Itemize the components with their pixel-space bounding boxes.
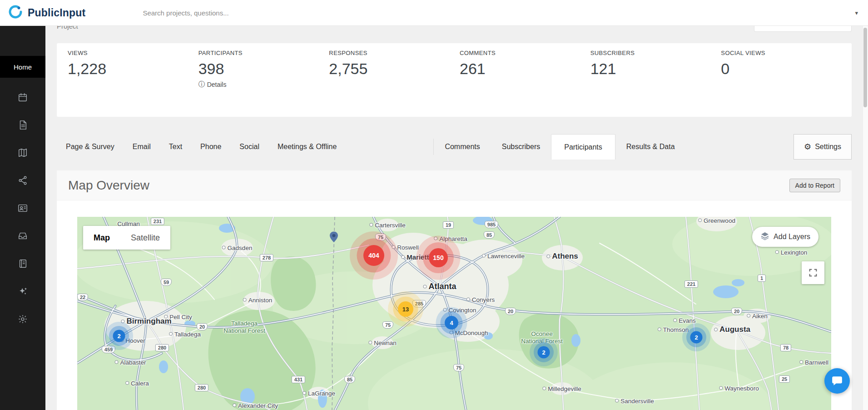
road-shield: 231 [151, 218, 164, 225]
participants-details-link[interactable]: ⓘ Details [198, 80, 227, 89]
road-shield: 985 [485, 221, 498, 228]
map-type-satellite-button[interactable]: Satellite [120, 226, 170, 250]
road-shield: 20 [731, 308, 742, 315]
map-panel-title: Map Overview [68, 178, 149, 193]
map-city-label: Alexander City [233, 402, 278, 409]
account-caret-icon[interactable]: ▾ [855, 10, 858, 16]
stat-label: VIEWS [68, 50, 198, 56]
stats-card: VIEWS 1,228 PARTICIPANTS 398 ⓘ Details R… [57, 43, 852, 117]
stat-participants: PARTICIPANTS 398 ⓘ Details [198, 50, 329, 117]
main-content: Project VIEWS 1,228 PARTICIPANTS 398 ⓘ D… [45, 26, 868, 410]
stat-label: SUBSCRIBERS [590, 50, 721, 56]
stat-responses: RESPONSES 2,755 [329, 50, 460, 117]
tab-email[interactable]: Email [124, 134, 160, 160]
map-overview-card: Map Overview Add to Report [57, 170, 852, 410]
page-scrollbar[interactable] [863, 26, 868, 410]
chat-launcher-button[interactable] [824, 368, 850, 394]
road-shield: 280 [155, 344, 169, 351]
tab-social[interactable]: Social [230, 134, 268, 160]
map-city-label: Conyers [466, 296, 495, 303]
stat-value: 261 [460, 60, 590, 78]
brand-logo[interactable]: PublicInput [0, 4, 85, 21]
tab-text[interactable]: Text [160, 134, 191, 160]
sparkles-icon[interactable] [0, 277, 45, 305]
road-shield: 278 [260, 254, 273, 261]
tab-settings[interactable]: ⚙ Settings [794, 134, 852, 160]
add-layers-button[interactable]: Add Layers [752, 227, 818, 247]
map-city-label: Calera [125, 380, 149, 387]
tab-results-data[interactable]: Results & Data [615, 134, 686, 160]
map-city-label: Augusta [714, 325, 750, 334]
gear-icon: ⚙ [804, 142, 811, 152]
share-icon[interactable] [0, 166, 45, 194]
map-city-label: Birmingham [121, 317, 171, 326]
map-pin-icon[interactable] [330, 231, 338, 244]
map-city-label: Talladega [169, 331, 201, 338]
map-overlay-layer: CullmanCartersvilleAlpharettaRoswellMari… [77, 217, 831, 410]
stat-value: 121 [590, 60, 721, 78]
contact-card-icon[interactable] [0, 194, 45, 222]
road-shield: 59 [161, 279, 172, 286]
scrolled-action-button[interactable] [754, 26, 852, 32]
road-shield: 20 [197, 323, 208, 330]
tab-comments[interactable]: Comments [434, 134, 491, 160]
map-city-label: Lawrenceville [482, 253, 525, 260]
stat-value: 1,228 [68, 60, 198, 78]
stat-value: 0 [721, 60, 852, 78]
tab-page-survey[interactable]: Page & Survey [57, 134, 124, 160]
stat-label: COMMENTS [460, 50, 590, 56]
layers-icon [760, 231, 769, 242]
sidebar-item-home[interactable]: Home [0, 56, 45, 78]
stat-social-views: SOCIAL VIEWS 0 [721, 50, 852, 117]
map-city-label: Newnan [368, 340, 397, 346]
details-label: Details [207, 81, 227, 88]
fullscreen-button[interactable] [802, 261, 824, 284]
tab-bar: Page & Survey Email Text Phone Social Me… [57, 134, 852, 160]
map-type-map-button[interactable]: Map [83, 226, 120, 250]
inbox-icon[interactable] [0, 222, 45, 250]
stat-label: RESPONSES [329, 50, 460, 56]
stat-subscribers: SUBSCRIBERS 121 [590, 50, 721, 117]
map-city-label: Alabaster [114, 359, 146, 366]
map-panel-heading: Map Overview Add to Report [57, 170, 852, 200]
tab-subscribers[interactable]: Subscribers [491, 134, 551, 160]
tab-meetings-offline[interactable]: Meetings & Offline [268, 134, 346, 160]
document-icon[interactable] [0, 111, 45, 139]
road-shield: 280 [195, 384, 208, 391]
sidebar-nav [0, 83, 45, 333]
info-icon: ⓘ [198, 80, 205, 89]
stat-comments: COMMENTS 261 [460, 50, 590, 117]
brand-name: PublicInput [28, 7, 85, 19]
add-to-report-button[interactable]: Add to Report [789, 179, 840, 192]
road-shield: 78 [780, 344, 791, 351]
notebook-icon[interactable] [0, 250, 45, 277]
map-forest-label: Talladega National Forest [223, 320, 265, 335]
map-city-label: Gadsden [222, 245, 253, 251]
road-shield: 20 [505, 308, 516, 315]
map-city-label: LaGrange [303, 390, 335, 397]
road-shield: 431 [292, 376, 305, 383]
chat-bubble-icon [831, 375, 843, 387]
calendar-icon[interactable] [0, 83, 45, 111]
tab-participants-active[interactable]: Participants [551, 134, 615, 160]
add-layers-label: Add Layers [774, 233, 810, 241]
map-canvas[interactable]: CullmanCartersvilleAlpharettaRoswellMari… [77, 217, 831, 410]
stat-value: 2,755 [329, 60, 460, 78]
scrollbar-thumb[interactable] [863, 28, 867, 107]
settings-gear-icon[interactable] [0, 305, 45, 333]
settings-label: Settings [815, 143, 841, 151]
map-icon[interactable] [0, 139, 45, 166]
map-type-control: Map Satellite [83, 226, 170, 250]
road-shield: 221 [684, 280, 698, 288]
tab-phone[interactable]: Phone [191, 134, 230, 160]
road-shield: 22 [77, 294, 88, 301]
search-input[interactable] [143, 9, 470, 17]
map-city-label: Anniston [243, 297, 273, 304]
stat-views: VIEWS 1,228 [68, 50, 198, 117]
top-bar: PublicInput ▾ [0, 0, 868, 26]
map-city-label: Sandersville [615, 398, 654, 405]
map-city-label: Milledgeville [542, 385, 581, 392]
stat-value: 398 [198, 60, 329, 78]
road-shield: 19 [443, 221, 454, 229]
road-shield: 1 [758, 275, 766, 282]
